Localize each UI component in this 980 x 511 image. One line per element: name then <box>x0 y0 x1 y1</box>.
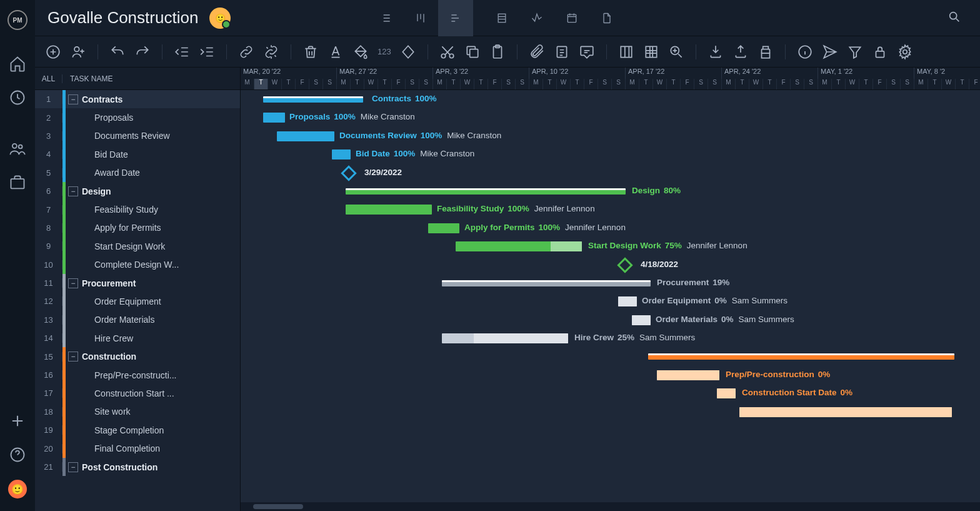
team-icon[interactable] <box>9 140 26 158</box>
task-row[interactable]: 15−Construction <box>35 347 240 365</box>
import-icon[interactable] <box>708 44 724 60</box>
task-row[interactable]: 3Documents Review <box>35 127 240 145</box>
portfolio-icon[interactable] <box>9 174 26 191</box>
app-logo[interactable]: PM <box>8 10 28 30</box>
copy-icon[interactable] <box>464 44 481 60</box>
gantt-bar[interactable] <box>442 333 568 343</box>
gantt-horizontal-scrollbar[interactable] <box>241 502 980 511</box>
gantt-bar[interactable] <box>632 315 651 325</box>
user-avatar-icon[interactable]: 🙂 <box>8 480 27 498</box>
view-board-icon[interactable] <box>403 0 438 36</box>
link-icon[interactable] <box>238 44 254 60</box>
lock-icon[interactable] <box>872 44 888 60</box>
assign-icon[interactable] <box>70 44 86 60</box>
gantt-bar[interactable] <box>332 149 351 159</box>
gantt-bar[interactable] <box>739 407 952 417</box>
svg-rect-12 <box>469 49 478 57</box>
help-icon[interactable] <box>9 446 26 463</box>
milestone-shape-icon[interactable] <box>400 44 416 60</box>
gantt-bar[interactable] <box>428 223 459 233</box>
unlink-icon[interactable] <box>263 44 279 60</box>
task-list-header: ALL TASK NAME <box>35 68 240 90</box>
recent-icon[interactable] <box>9 89 26 106</box>
gantt-bar[interactable] <box>648 353 954 360</box>
outdent-icon[interactable] <box>174 44 190 60</box>
home-icon[interactable] <box>9 55 26 73</box>
notes-icon[interactable] <box>554 44 570 60</box>
filter-icon[interactable] <box>847 44 863 60</box>
task-row[interactable]: 14Hire Crew <box>35 329 240 347</box>
collapse-icon[interactable]: − <box>68 462 78 472</box>
task-row[interactable]: 11−Procurement <box>35 274 240 292</box>
task-row[interactable]: 12Order Equipment <box>35 292 240 310</box>
gantt-bar[interactable] <box>346 188 626 195</box>
columns-icon[interactable] <box>618 44 634 60</box>
task-row[interactable]: 8Apply for Permits <box>35 219 240 237</box>
task-list-header-all[interactable]: ALL <box>35 74 62 83</box>
milestone-icon[interactable] <box>617 257 632 273</box>
task-row[interactable]: 4Bid Date <box>35 145 240 163</box>
task-row[interactable]: 9Start Design Work <box>35 237 240 255</box>
task-row[interactable]: 1−Contracts <box>35 90 240 108</box>
delete-icon[interactable] <box>302 44 319 60</box>
view-calendar-icon[interactable] <box>554 0 589 36</box>
gantt-body[interactable]: Contracts100%Proposals100%Mike CranstonD… <box>241 90 980 511</box>
view-workload-icon[interactable] <box>519 0 554 36</box>
send-icon[interactable] <box>822 44 838 60</box>
task-row[interactable]: 6−Design <box>35 182 240 200</box>
add-icon[interactable] <box>9 412 26 430</box>
paste-icon[interactable] <box>489 44 506 60</box>
search-icon[interactable] <box>941 10 968 26</box>
view-sheet-icon[interactable] <box>484 0 519 36</box>
gantt-bar[interactable] <box>346 205 432 215</box>
undo-icon[interactable] <box>109 44 126 60</box>
task-row[interactable]: 21−Post Construction <box>35 458 240 476</box>
info-icon[interactable] <box>797 44 813 60</box>
gantt-bar-label: Design80% <box>632 186 681 195</box>
gantt-bar[interactable] <box>277 131 334 141</box>
cut-icon[interactable] <box>439 44 456 60</box>
gantt-bar[interactable] <box>456 241 582 251</box>
comment-icon[interactable] <box>579 44 595 60</box>
attachment-icon[interactable] <box>529 44 545 60</box>
task-row[interactable]: 19Stage Completion <box>35 421 240 439</box>
gantt-bar[interactable] <box>263 113 285 123</box>
view-files-icon[interactable] <box>589 0 624 36</box>
collapse-icon[interactable]: − <box>68 352 78 362</box>
color-fill-icon[interactable] <box>352 44 369 60</box>
print-icon[interactable] <box>758 44 774 60</box>
grid-icon[interactable] <box>643 44 659 60</box>
task-row[interactable]: 20Final Completion <box>35 439 240 457</box>
task-row[interactable]: 16Prep/Pre-constructi... <box>35 366 240 384</box>
gantt-bar-label: Order Materials0%Sam Summers <box>656 315 794 324</box>
milestone-icon[interactable] <box>341 165 356 181</box>
task-row[interactable]: 2Proposals <box>35 108 240 126</box>
collapse-icon[interactable]: − <box>68 94 78 104</box>
collapse-icon[interactable]: − <box>68 278 78 288</box>
gantt-bar[interactable] <box>442 280 651 286</box>
indent-icon[interactable] <box>199 44 215 60</box>
task-row[interactable]: 18Site work <box>35 403 240 421</box>
settings-icon[interactable] <box>897 44 913 60</box>
collapse-icon[interactable]: − <box>68 186 78 196</box>
task-row[interactable]: 5Award Date <box>35 164 240 182</box>
view-list-icon[interactable] <box>368 0 403 36</box>
export-icon[interactable] <box>732 44 749 60</box>
project-owner-avatar[interactable]: 🙂 <box>209 8 231 29</box>
svg-point-11 <box>449 54 454 58</box>
gantt-bar[interactable] <box>263 96 363 103</box>
task-row[interactable]: 7Feasibility Study <box>35 200 240 218</box>
task-row[interactable]: 17Construction Start ... <box>35 384 240 402</box>
gantt-bar[interactable] <box>618 296 637 306</box>
view-gantt-icon[interactable] <box>438 0 473 36</box>
zoom-icon[interactable] <box>668 44 684 60</box>
redo-icon[interactable] <box>134 44 151 60</box>
svg-rect-16 <box>621 46 631 57</box>
gantt-bar[interactable] <box>657 370 719 380</box>
text-style-icon[interactable] <box>328 44 344 60</box>
task-row[interactable]: 13Order Materials <box>35 311 240 329</box>
toolbar-number: 123 <box>378 47 391 56</box>
task-row[interactable]: 10Complete Design W... <box>35 256 240 274</box>
add-task-icon[interactable] <box>45 44 61 60</box>
gantt-bar[interactable] <box>717 388 736 398</box>
